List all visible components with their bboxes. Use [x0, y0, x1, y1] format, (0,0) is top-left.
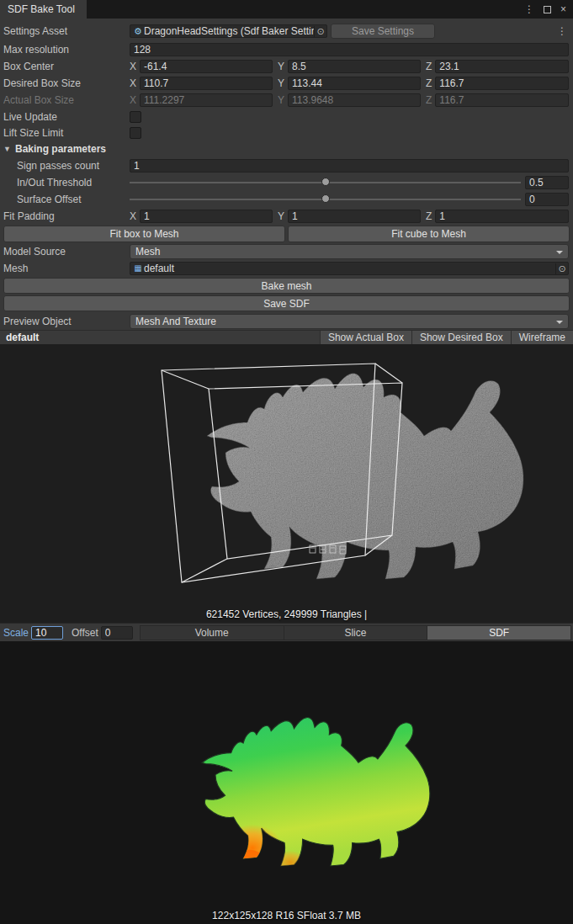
- model-source-row: Model Source Mesh: [0, 243, 573, 260]
- actual-box-size-y-value: [288, 93, 421, 107]
- preview-toolbar-buttons: Show Actual Box Show Desired Box Wirefra…: [320, 331, 573, 344]
- settings-asset-field[interactable]: ⚙ DragonHeadSettings (Sdf Baker Settin ⊙: [130, 24, 327, 38]
- box-center-label: Box Center: [3, 61, 130, 72]
- preview-toolbar: default Show Actual Box Show Desired Box…: [0, 330, 573, 345]
- inspector-panel: Settings Asset ⚙ DragonHeadSettings (Sdf…: [0, 19, 573, 330]
- pane-menu-icon[interactable]: ⋮: [555, 25, 569, 37]
- slider-knob[interactable]: [321, 178, 330, 186]
- fit-padding-z-input[interactable]: [435, 210, 569, 223]
- desired-box-size-y-input[interactable]: [288, 77, 421, 90]
- axis-y-label: Y: [278, 61, 284, 72]
- close-icon[interactable]: ×: [560, 4, 566, 14]
- desired-box-size-x-input[interactable]: [140, 77, 273, 90]
- model-source-value: Mesh: [135, 246, 160, 258]
- mesh-preview-canvas[interactable]: [0, 345, 573, 623]
- fit-cube-to-mesh-button[interactable]: Fit cube to Mesh: [288, 226, 570, 242]
- sdf-control-bar: Scale Offset Volume Slice SDF: [0, 623, 573, 641]
- axis-y-label: Y: [278, 210, 284, 222]
- chevron-down-icon: [556, 251, 563, 254]
- lift-size-limit-row: Lift Size Limit: [0, 125, 573, 141]
- preview-object-row: Preview Object Mesh And Texture: [0, 312, 573, 330]
- axis-y-label: Y: [278, 77, 284, 89]
- max-resolution-input[interactable]: [130, 43, 569, 56]
- axis-x-label: X: [130, 61, 136, 72]
- save-settings-button[interactable]: Save Settings: [331, 24, 435, 39]
- preview-object-name: default: [0, 331, 39, 344]
- in-out-threshold-input[interactable]: [525, 176, 569, 189]
- in-out-threshold-label: In/Out Threshold: [3, 177, 130, 189]
- live-update-row: Live Update: [0, 109, 573, 125]
- mesh-preview-viewport[interactable]: 621452 Vertices, 249999 Triangles |: [0, 345, 573, 623]
- axis-y-label: Y: [278, 94, 284, 106]
- sdf-view-tabs: Volume Slice SDF: [140, 625, 571, 640]
- sign-passes-count-label: Sign passes count: [3, 160, 130, 172]
- wireframe-button[interactable]: Wireframe: [511, 331, 573, 344]
- settings-asset-row: Settings Asset ⚙ DragonHeadSettings (Sdf…: [0, 21, 573, 41]
- axis-x-label: X: [130, 94, 136, 106]
- actual-box-size-row: Actual Box Size X Y Z: [0, 92, 573, 109]
- settings-asset-label: Settings Asset: [3, 25, 130, 37]
- bake-mesh-button[interactable]: Bake mesh: [3, 278, 570, 294]
- in-out-threshold-slider[interactable]: [130, 176, 521, 189]
- live-update-checkbox[interactable]: [130, 111, 141, 123]
- preview-object-value: Mesh And Texture: [135, 316, 216, 327]
- tab-sdf[interactable]: SDF: [427, 625, 571, 640]
- desired-box-size-label: Desired Box Size: [3, 77, 130, 89]
- lift-size-limit-label: Lift Size Limit: [3, 127, 130, 139]
- show-actual-box-button[interactable]: Show Actual Box: [320, 331, 411, 344]
- fit-padding-label: Fit Padding: [3, 210, 130, 222]
- settings-asset-icon: ⚙: [132, 27, 144, 36]
- mesh-object-field[interactable]: ▦ default ⊙: [130, 262, 569, 275]
- mesh-stats: 621452 Vertices, 249999 Triangles |: [0, 608, 573, 620]
- show-desired-box-button[interactable]: Show Desired Box: [411, 331, 511, 344]
- object-picker-icon[interactable]: ⊙: [555, 263, 568, 274]
- scale-input[interactable]: [31, 626, 63, 640]
- actual-box-size-z-value: [435, 93, 569, 107]
- offset-label: Offset: [72, 627, 98, 639]
- tab-slice[interactable]: Slice: [284, 625, 428, 640]
- slider-knob[interactable]: [321, 194, 330, 203]
- lift-size-limit-checkbox[interactable]: [130, 127, 141, 139]
- model-source-dropdown[interactable]: Mesh: [130, 244, 569, 259]
- baking-parameters-foldout[interactable]: ▼ Baking parameters: [0, 141, 573, 157]
- sign-passes-count-input[interactable]: [130, 159, 569, 173]
- axis-z-label: Z: [426, 94, 432, 106]
- preview-object-dropdown[interactable]: Mesh And Texture: [130, 314, 569, 329]
- surface-offset-input[interactable]: [525, 193, 569, 206]
- box-center-z-input[interactable]: [435, 60, 569, 73]
- axis-x-label: X: [130, 77, 136, 89]
- axis-z-label: Z: [426, 210, 432, 222]
- actual-box-size-x-value: [140, 93, 273, 107]
- axis-z-label: Z: [426, 61, 432, 72]
- mesh-row: Mesh ▦ default ⊙: [0, 260, 573, 277]
- box-center-y-input[interactable]: [288, 60, 421, 73]
- mesh-icon: ▦: [132, 264, 144, 273]
- sdf-preview-viewport[interactable]: 122x125x128 R16 SFloat 3.7 MB: [0, 641, 573, 924]
- maximize-icon[interactable]: [544, 6, 551, 13]
- surface-offset-row: Surface Offset: [0, 191, 573, 208]
- surface-offset-slider[interactable]: [130, 193, 521, 206]
- foldout-arrow-icon[interactable]: ▼: [3, 145, 15, 153]
- titlebar-controls: ⋮ ×: [524, 0, 573, 19]
- save-sdf-button[interactable]: Save SDF: [3, 295, 570, 311]
- window-menu-icon[interactable]: ⋮: [524, 4, 534, 14]
- baking-parameters-label: Baking parameters: [15, 143, 106, 155]
- bake-mesh-row: Bake mesh: [0, 277, 573, 295]
- desired-box-size-z-input[interactable]: [435, 77, 569, 90]
- mesh-label: Mesh: [3, 263, 130, 274]
- save-sdf-row: Save SDF: [0, 295, 573, 312]
- chevron-down-icon: [556, 321, 563, 324]
- surface-offset-label: Surface Offset: [3, 194, 130, 205]
- window-tab[interactable]: SDF Bake Tool: [0, 0, 87, 19]
- fit-padding-y-input[interactable]: [288, 210, 421, 223]
- object-picker-icon[interactable]: ⊙: [314, 26, 326, 37]
- box-center-row: Box Center X Y Z: [0, 58, 573, 75]
- sdf-preview-canvas[interactable]: [0, 641, 573, 924]
- tab-volume[interactable]: Volume: [140, 625, 284, 640]
- fit-padding-x-input[interactable]: [140, 210, 273, 223]
- fit-box-to-mesh-button[interactable]: Fit box to Mesh: [3, 226, 285, 242]
- actual-box-size-label: Actual Box Size: [3, 94, 130, 106]
- box-center-x-input[interactable]: [140, 60, 273, 73]
- offset-input[interactable]: [101, 626, 133, 640]
- sdf-bake-tool-window: SDF Bake Tool ⋮ × Settings Asset ⚙ Drago…: [0, 0, 573, 924]
